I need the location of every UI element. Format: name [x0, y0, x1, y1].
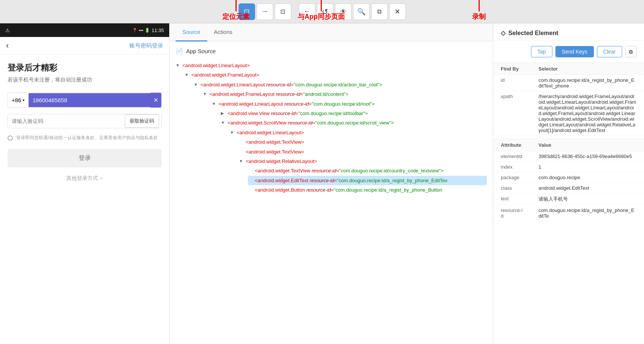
phone-clear-icon[interactable]: ✕: [150, 93, 161, 108]
attr-value: com.douguo.recipe:id/a_regist_by_phone_E…: [531, 205, 644, 221]
tap-button[interactable]: Tap: [531, 46, 552, 57]
expand-icon: ⊡: [280, 8, 285, 15]
tree-item[interactable]: <android.widget.TextView>: [239, 137, 487, 147]
copy-element-icon: ⧉: [629, 49, 633, 55]
select-icon: ⊡: [244, 8, 249, 16]
attr-row-text: text 请输入手机号: [493, 194, 644, 205]
eye-icon: 👁: [340, 8, 346, 15]
back-btn[interactable]: ←: [299, 3, 315, 20]
phone-heading: 登录后才精彩: [8, 62, 162, 74]
attr-row-class: class android.widget.EditText: [493, 183, 644, 194]
find-by-id-label: id: [493, 75, 531, 91]
country-code[interactable]: +86 ▾: [8, 93, 29, 107]
value-header: Value: [531, 139, 644, 151]
tree-item[interactable]: ▼ <android.widget.LinearLayout>: [230, 128, 487, 137]
phone-number-input[interactable]: [29, 93, 150, 107]
close-btn[interactable]: ✕: [389, 3, 406, 20]
tree-toggle-icon: ▼: [221, 119, 227, 127]
tree-toggle-icon: ▼: [194, 81, 200, 89]
attr-value: 3983d821-8636-455c-a159-69ea4e6680e5: [531, 151, 644, 162]
tab-source[interactable]: Source: [176, 23, 207, 41]
phone-subtext: 若该手机号未注册，将自动注册成功: [8, 77, 162, 83]
attribute-header: Attribute: [493, 139, 531, 151]
warning-icon: ⚠: [5, 28, 10, 33]
find-by-id-value[interactable]: com.douguo.recipe:id/a_regist_by_phone_E…: [531, 75, 644, 91]
tree-item[interactable]: <android.widget.Button resource-id = "co…: [248, 185, 487, 195]
copy-element-btn[interactable]: ⧉: [625, 46, 636, 57]
tree-toggle-icon: ▼: [212, 100, 218, 108]
tree-item[interactable]: ▼ <android.widget.RelativeLayout>: [239, 157, 487, 166]
tree-root: ▼ <android.widget.LinearLayout> ▼ <andro…: [176, 61, 487, 195]
signal-icon: ▪▪▪: [139, 28, 144, 32]
attr-label: elementId: [493, 151, 531, 162]
tree-item[interactable]: ▼ <android.widget.LinearLayout resource-…: [194, 80, 487, 89]
tree-toggle-icon: [248, 167, 254, 175]
login-button[interactable]: 登录: [8, 149, 162, 167]
phone-verify-row: 获取验证码: [8, 114, 162, 128]
tree-item[interactable]: <android.widget.TextView>: [239, 147, 487, 157]
nav-title: 账号密码登录: [129, 42, 163, 49]
tree-toggle-icon: ▼: [230, 129, 236, 137]
tree-toggle-icon: [239, 148, 245, 156]
send-keys-button[interactable]: Send Keys: [555, 46, 594, 57]
find-by-header: Find By: [493, 63, 531, 75]
tree-item[interactable]: ▶ <android.view.View resource-id = "com.…: [221, 109, 487, 118]
tree-item[interactable]: ▼ <android.widget.ScrollView resource-id…: [221, 118, 487, 127]
refresh-icon: ↺: [322, 7, 328, 16]
forward-icon: →: [262, 8, 268, 15]
diamond-icon: ◇: [501, 29, 505, 37]
search-btn[interactable]: 🔍: [353, 3, 370, 20]
tree-item[interactable]: ▼ <android.widget.FrameLayout>: [185, 70, 487, 80]
source-tabs: Source Actions: [170, 23, 493, 41]
refresh-btn[interactable]: ↺: [317, 3, 333, 20]
eye-btn[interactable]: 👁: [335, 3, 352, 20]
expand-btn[interactable]: ⊡: [275, 3, 291, 20]
find-by-xpath-label: xpath: [493, 91, 531, 136]
phone-content: 登录后才精彩 若该手机号未注册，将自动注册成功 +86 ▾ ✕ 获取验证码 登录…: [0, 55, 169, 344]
agreement-circle[interactable]: [8, 135, 13, 141]
tab-actions[interactable]: Actions: [207, 23, 239, 41]
attr-value: 请输入手机号: [531, 194, 644, 205]
attr-label: package: [493, 172, 531, 183]
location-icon: 📍: [132, 28, 138, 33]
document-icon: 📄: [176, 48, 183, 55]
attr-row-package: package com.douguo.recipe: [493, 172, 644, 183]
top-toolbar: 定位元素 ⊡ → ⊡ ← ↺ 👁 🔍 ⧉ ✕: [0, 0, 644, 23]
nav-back-btn[interactable]: ‹: [6, 41, 9, 51]
chevron-down-icon: ▾: [23, 98, 24, 102]
source-panel: Source Actions 📄 App Source ▼ <android.w…: [170, 23, 493, 344]
select-btn[interactable]: ⊡: [239, 3, 255, 20]
close-icon: ✕: [395, 8, 400, 16]
time-display: 11:35: [151, 28, 164, 33]
find-by-id-row: id com.douguo.recipe:id/a_regist_by_phon…: [493, 75, 644, 91]
tree-toggle-icon: ▼: [176, 62, 182, 69]
attribute-table: Attribute Value elementId 3983d821-8636-…: [493, 139, 644, 221]
element-actions: Tap Send Keys Clear ⧉: [493, 41, 644, 63]
find-by-table: Find By Selector id com.douguo.recipe:id…: [493, 63, 644, 136]
get-verify-code-btn[interactable]: 获取验证码: [125, 114, 159, 128]
tree-item[interactable]: ▼ <android.widget.LinearLayout resource-…: [212, 99, 487, 109]
selected-element-title: ◇ Selected Element: [493, 23, 644, 41]
other-login[interactable]: 其他登录方式 ○: [8, 175, 162, 182]
phone-panel: ⚠ 📍 ▪▪▪ 🔋 11:35 ‹ 账号密码登录 登录后才精彩 若该手机号未注册…: [0, 23, 170, 344]
tree-item[interactable]: ▼ <android.widget.FrameLayout resource-i…: [203, 89, 487, 99]
find-by-xpath-value[interactable]: /hierarchy/android.widget.FrameLayout/an…: [531, 91, 644, 136]
battery-icon: 🔋: [145, 28, 150, 33]
attr-value: 1: [531, 162, 644, 172]
attr-row-resource-id: resource-id com.douguo.recipe:id/a_regis…: [493, 205, 644, 221]
phone-verify-input[interactable]: [8, 114, 125, 128]
tree-item-selected[interactable]: <android.widget.EditText resource-id = "…: [248, 176, 487, 185]
attr-label: index: [493, 162, 531, 172]
forward-btn[interactable]: →: [257, 3, 273, 20]
status-left: ⚠: [5, 28, 10, 33]
tree-toggle-icon: ▼: [203, 91, 209, 98]
right-panel: ◇ Selected Element Tap Send Keys Clear ⧉…: [493, 23, 644, 344]
clear-button[interactable]: Clear: [597, 46, 622, 57]
tree-item[interactable]: <android.widget.TextView resource-id = "…: [248, 166, 487, 175]
copy-btn[interactable]: ⧉: [371, 3, 388, 20]
status-right: 📍 ▪▪▪ 🔋 11:35: [132, 28, 164, 33]
find-by-xpath-row: xpath /hierarchy/android.widget.FrameLay…: [493, 91, 644, 136]
tree-toggle-icon: ▶: [221, 110, 227, 117]
tree-item[interactable]: ▼ <android.widget.LinearLayout>: [176, 61, 487, 70]
attr-value: com.douguo.recipe: [531, 172, 644, 183]
